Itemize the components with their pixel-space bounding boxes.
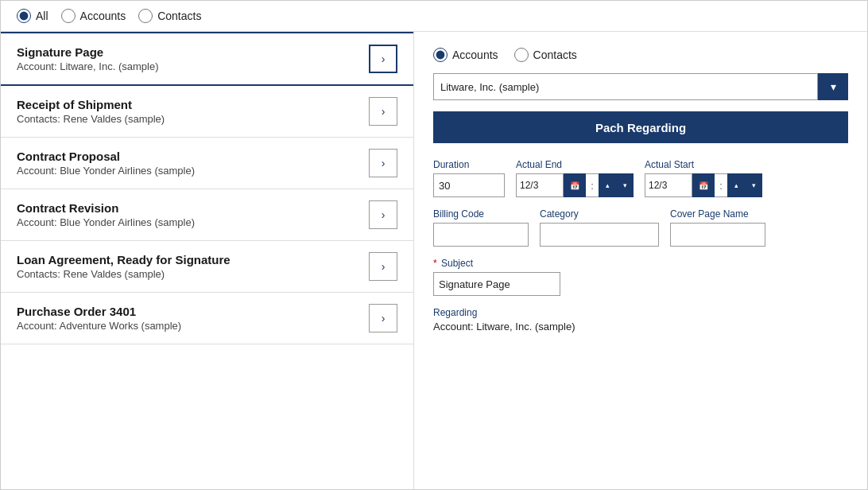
item-title: Receipt of Shipment [17, 98, 165, 111]
duration-field-group: Duration [433, 159, 505, 197]
duration-input[interactable] [433, 173, 505, 197]
chevron-right-icon: › [382, 52, 386, 65]
list-item[interactable]: Receipt of Shipment Contacts: Rene Valde… [1, 86, 413, 138]
chevron-down-icon: ▾ [623, 181, 627, 189]
actual-start-date-group: 📅 : ▴ ▾ [645, 173, 762, 197]
actual-end-date-group: 📅 : ▴ ▾ [516, 173, 634, 197]
item-sub: Account: Litware, Inc. (sample) [17, 60, 158, 72]
list-item[interactable]: Contract Revision Account: Blue Yonder A… [1, 189, 413, 241]
item-sub: Contacts: Rene Valdes (sample) [17, 113, 165, 125]
dropdown-row: Litware, Inc. (sample) ▾ [433, 73, 848, 100]
item-sub: Account: Blue Yonder Airlines (sample) [17, 165, 195, 177]
chevron-button[interactable]: › [369, 304, 397, 332]
list-item-content: Contract Proposal Account: Blue Yonder A… [17, 150, 195, 177]
billing-code-input[interactable] [433, 223, 529, 247]
radio-all[interactable]: All [17, 9, 48, 23]
item-title: Loan Agreement, Ready for Signature [17, 253, 231, 266]
list-item-content: Purchase Order 3401 Account: Adventure W… [17, 305, 181, 332]
date-fields-row: Duration Actual End 📅 : ▴ [433, 159, 848, 197]
list-item[interactable]: Purchase Order 3401 Account: Adventure W… [1, 293, 413, 344]
actual-end-date-input[interactable] [516, 173, 564, 197]
item-title: Purchase Order 3401 [17, 305, 181, 318]
billing-code-field-group: Billing Code [433, 208, 529, 247]
list-item-content: Contract Revision Account: Blue Yonder A… [17, 201, 195, 228]
chevron-up-icon: ▴ [734, 181, 738, 189]
actual-start-date-input[interactable] [645, 173, 692, 197]
radio-all-label: All [36, 10, 48, 22]
billing-fields-row: Billing Code Category Cover Page Name [433, 208, 848, 247]
radio-accounts-label: Accounts [80, 10, 126, 22]
list-item-content: Signature Page Account: Litware, Inc. (s… [17, 45, 158, 72]
subject-label-row: * Subject [433, 258, 848, 269]
chevron-right-icon: › [382, 157, 386, 169]
item-title: Signature Page [17, 45, 158, 59]
list-item[interactable]: Loan Agreement, Ready for Signature Cont… [1, 241, 413, 293]
cover-page-name-label: Cover Page Name [670, 208, 765, 220]
list-item-content: Loan Agreement, Ready for Signature Cont… [17, 253, 231, 280]
item-title: Contract Revision [17, 201, 195, 215]
right-radio-accounts-input[interactable] [433, 48, 448, 62]
duration-label: Duration [433, 159, 505, 170]
category-label: Category [540, 208, 659, 220]
actual-start-label: Actual Start [645, 159, 762, 170]
radio-contacts-label: Contacts [157, 10, 201, 22]
right-panel: Accounts Contacts Litware, Inc. (sample)… [414, 32, 867, 489]
billing-code-label: Billing Code [433, 208, 529, 220]
time-separator: : [715, 173, 727, 197]
radio-accounts[interactable]: Accounts [61, 9, 126, 23]
required-indicator: * [433, 258, 437, 269]
right-radio-contacts-label: Contacts [533, 49, 577, 61]
chevron-up-icon: ▴ [606, 181, 610, 189]
calendar-icon: 📅 [570, 181, 579, 190]
actual-start-calendar-button[interactable]: 📅 [692, 173, 715, 197]
chevron-right-icon: › [382, 312, 386, 325]
top-bar: All Accounts Contacts [1, 1, 867, 32]
actual-start-time-button[interactable]: ▴ [727, 173, 745, 197]
radio-contacts[interactable]: Contacts [138, 9, 201, 23]
actual-end-time-button[interactable]: ▴ [599, 173, 616, 197]
category-field-group: Category [540, 208, 659, 247]
actual-end-calendar-button[interactable]: 📅 [564, 173, 586, 197]
account-dropdown[interactable]: Litware, Inc. (sample) [433, 73, 818, 100]
cover-page-name-field-group: Cover Page Name [670, 208, 765, 247]
chevron-down-icon: ▾ [752, 181, 756, 189]
chevron-button[interactable]: › [369, 149, 397, 177]
list-item[interactable]: Signature Page Account: Litware, Inc. (s… [1, 32, 413, 86]
chevron-button[interactable]: › [369, 252, 397, 281]
right-radio-accounts-label: Accounts [452, 49, 498, 61]
actual-end-time-down-button[interactable]: ▾ [616, 173, 634, 197]
item-sub: Account: Blue Yonder Airlines (sample) [17, 216, 195, 228]
patch-regarding-button[interactable]: Pach Regarding [433, 111, 848, 143]
actual-end-label: Actual End [516, 159, 634, 170]
actual-end-field-group: Actual End 📅 : ▴ ▾ [516, 159, 634, 197]
chevron-button[interactable]: › [369, 45, 397, 73]
subject-input[interactable] [433, 272, 560, 296]
chevron-button[interactable]: › [369, 97, 397, 126]
item-sub: Account: Adventure Works (sample) [17, 320, 181, 332]
right-radio-contacts-input[interactable] [514, 48, 529, 62]
actual-start-field-group: Actual Start 📅 : ▴ ▾ [645, 159, 762, 197]
subject-label: Subject [441, 258, 473, 269]
right-radio-group: Accounts Contacts [433, 48, 848, 62]
right-radio-accounts[interactable]: Accounts [433, 48, 498, 62]
chevron-right-icon: › [382, 208, 386, 221]
dropdown-button[interactable]: ▾ [818, 73, 848, 100]
regarding-section: Regarding Account: Litware, Inc. (sample… [433, 307, 848, 332]
radio-accounts-input[interactable] [61, 9, 76, 23]
content-area: Signature Page Account: Litware, Inc. (s… [1, 32, 867, 489]
right-radio-contacts[interactable]: Contacts [514, 48, 577, 62]
chevron-right-icon: › [382, 105, 386, 118]
radio-all-input[interactable] [17, 9, 31, 23]
list-item[interactable]: Contract Proposal Account: Blue Yonder A… [1, 138, 413, 189]
actual-start-time-down-button[interactable]: ▾ [745, 173, 762, 197]
left-panel: Signature Page Account: Litware, Inc. (s… [1, 32, 414, 489]
regarding-value: Account: Litware, Inc. (sample) [433, 321, 848, 332]
cover-page-name-input[interactable] [670, 223, 765, 247]
category-input[interactable] [540, 223, 659, 247]
calendar-icon: 📅 [699, 181, 708, 190]
list-item-content: Receipt of Shipment Contacts: Rene Valde… [17, 98, 165, 125]
chevron-button[interactable]: › [369, 200, 397, 229]
radio-contacts-input[interactable] [138, 9, 153, 23]
item-sub: Contacts: Rene Valdes (sample) [17, 268, 231, 280]
time-separator: : [586, 173, 599, 197]
